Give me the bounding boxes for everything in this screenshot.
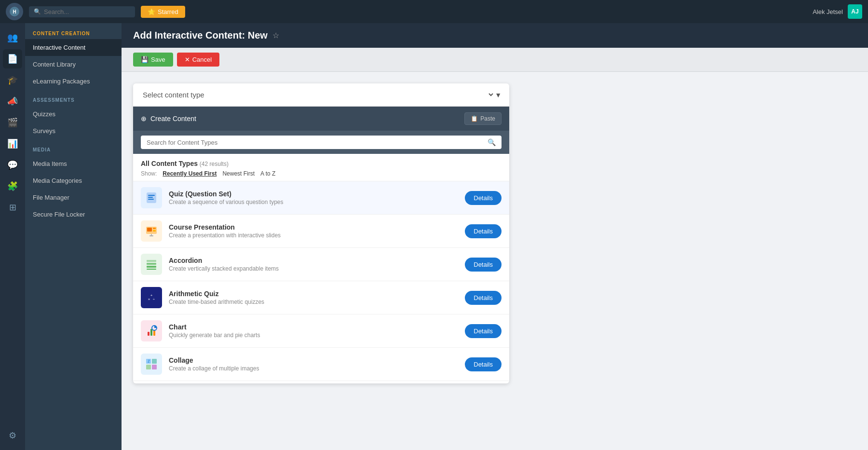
content-type-select[interactable]: Select content type	[141, 90, 495, 99]
sidebar-icon-users[interactable]: 👥	[3, 28, 22, 47]
sidebar-icon-comment[interactable]: 💬	[3, 155, 22, 175]
action-bar: 💾 Save ✕ Cancel	[122, 48, 868, 72]
quiz-item-info: Quiz (Question Set) Create a sequence of…	[169, 190, 458, 205]
svg-rect-11	[149, 235, 153, 236]
nav-sidebar: CONTENT CREATION Interactive Content Con…	[25, 23, 122, 450]
list-item: Chart Quickly generate bar and pie chart…	[133, 314, 509, 348]
paste-button[interactable]: 📋 Paste	[464, 112, 502, 125]
starred-label: Starred	[158, 8, 178, 15]
collage-info: Collage Create a collage of multiple ima…	[169, 356, 458, 372]
sidebar-item-media-categories[interactable]: Media Categories	[25, 172, 122, 189]
svg-rect-4	[148, 197, 153, 198]
list-item: Accordion Create vertically stacked expa…	[133, 248, 509, 281]
page-header: Add Interactive Content: New ☆	[122, 23, 868, 48]
chart-details-button[interactable]: Details	[465, 324, 502, 338]
sidebar-item-content-library[interactable]: Content Library	[25, 56, 122, 73]
select-content-type-header[interactable]: Select content type ▼	[133, 83, 509, 107]
page-title: Add Interactive Content: New	[133, 30, 268, 41]
search-section: 🔍	[133, 131, 509, 154]
cancel-icon: ✕	[185, 56, 190, 63]
chart-info: Chart Quickly generate bar and pie chart…	[169, 323, 458, 339]
collage-desc: Create a collage of multiple images	[169, 365, 458, 372]
sidebar-icon-analytics[interactable]: 📊	[3, 134, 22, 153]
sidebar-item-secure-file-locker[interactable]: Secure File Locker	[25, 206, 122, 223]
content-area: Select content type ▼ ⊕ Create Content 📋…	[122, 72, 868, 395]
sidebar-icon-megaphone[interactable]: 📣	[3, 92, 22, 111]
create-content-label: ⊕ Create Content	[141, 115, 196, 123]
sidebar-item-interactive-content[interactable]: Interactive Content	[25, 39, 122, 56]
arithmetic-icon: +×÷	[141, 287, 162, 308]
course-presentation-name: Course Presentation	[169, 223, 458, 231]
content-items-list: Quiz (Question Set) Create a sequence of…	[133, 181, 509, 383]
accordion-details-button[interactable]: Details	[465, 258, 502, 272]
course-presentation-details-button[interactable]: Details	[465, 224, 502, 238]
accordion-icon	[141, 254, 162, 275]
svg-rect-5	[148, 199, 154, 200]
sort-newest-first[interactable]: Newest First	[222, 170, 255, 177]
accordion-desc: Create vertically stacked expandable ite…	[169, 265, 458, 272]
favorite-star-icon[interactable]: ☆	[272, 31, 279, 40]
sidebar-icon-puzzle[interactable]: 🧩	[3, 177, 22, 196]
sort-recently-used[interactable]: Recently Used First	[163, 170, 217, 177]
section-label-assessments: ASSESSMENTS	[25, 90, 122, 106]
starred-button[interactable]: ⭐ Starred	[141, 6, 185, 18]
arithmetic-quiz-name: Arithmetic Quiz	[169, 290, 458, 298]
sidebar-icon-grid[interactable]: ⊞	[3, 198, 22, 217]
sidebar-icon-video[interactable]: 🎬	[3, 113, 22, 132]
search-icon: 🔍	[34, 8, 41, 15]
svg-rect-13	[147, 263, 156, 265]
list-item: Quiz (Question Set) Create a sequence of…	[133, 181, 509, 215]
cancel-button[interactable]: ✕ Cancel	[177, 53, 219, 67]
results-header-section: All Content Types (42 results) Show: Rec…	[133, 154, 509, 181]
list-item: +×÷ Arithmetic Quiz Create time-based ar…	[133, 281, 509, 314]
svg-rect-12	[147, 260, 156, 262]
accordion-name: Accordion	[169, 257, 458, 264]
search-submit-button[interactable]: 🔍	[488, 138, 496, 146]
collage-details-button[interactable]: Details	[465, 357, 502, 371]
sidebar-icon-graduation[interactable]: 🎓	[3, 70, 22, 90]
quiz-details-button[interactable]: Details	[465, 191, 502, 205]
results-heading: All Content Types (42 results)	[141, 160, 502, 167]
chart-icon	[141, 320, 162, 341]
avatar[interactable]: AJ	[848, 4, 862, 19]
content-panel: Select content type ▼ ⊕ Create Content 📋…	[133, 83, 509, 383]
svg-rect-8	[153, 228, 156, 229]
svg-text:×: ×	[148, 297, 150, 301]
svg-rect-26	[146, 365, 151, 369]
search-bar[interactable]: 🔍	[29, 6, 135, 17]
chart-name: Chart	[169, 323, 458, 331]
list-item: Column Organize Interactive Content cont…	[133, 381, 509, 383]
svg-rect-22	[153, 330, 155, 336]
sidebar-icon-settings[interactable]: ⚙	[3, 426, 22, 445]
course-presentation-desc: Create a presentation with interactive s…	[169, 232, 458, 239]
svg-rect-27	[152, 365, 157, 369]
sidebar-item-elearning-packages[interactable]: eLearning Packages	[25, 73, 122, 90]
create-content-bar: ⊕ Create Content 📋 Paste	[133, 107, 509, 131]
user-name: Alek Jetsel	[813, 8, 843, 15]
svg-rect-25	[152, 359, 157, 364]
quiz-name: Quiz (Question Set)	[169, 190, 458, 198]
sidebar-item-surveys[interactable]: Surveys	[25, 123, 122, 139]
save-button[interactable]: 💾 Save	[133, 53, 173, 67]
sidebar-item-quizzes[interactable]: Quizzes	[25, 106, 122, 123]
presentation-icon	[141, 220, 162, 242]
sidebar-icon-content[interactable]: 📄	[3, 49, 22, 68]
sidebar-item-file-manager[interactable]: File Manager	[25, 189, 122, 206]
create-icon: ⊕	[141, 115, 147, 123]
sort-a-to-z[interactable]: A to Z	[260, 170, 275, 177]
search-input[interactable]	[44, 8, 121, 15]
chevron-down-icon: ▼	[495, 91, 502, 99]
section-label-content-creation: CONTENT CREATION	[25, 23, 122, 39]
list-item: Collage Create a collage of multiple ima…	[133, 348, 509, 381]
arithmetic-quiz-desc: Create time-based arithmetic quizzes	[169, 299, 458, 305]
arithmetic-quiz-details-button[interactable]: Details	[465, 291, 502, 305]
svg-rect-7	[147, 228, 152, 232]
sidebar-item-media-items[interactable]: Media Items	[25, 155, 122, 172]
quiz-desc: Create a sequence of various question ty…	[169, 199, 458, 205]
all-content-types-label: All Content Types	[141, 160, 198, 167]
svg-rect-21	[150, 329, 152, 336]
content-type-search-wrap[interactable]: 🔍	[141, 136, 502, 149]
content-type-search-input[interactable]	[147, 139, 488, 146]
quiz-icon	[141, 187, 162, 208]
course-presentation-info: Course Presentation Create a presentatio…	[169, 223, 458, 239]
